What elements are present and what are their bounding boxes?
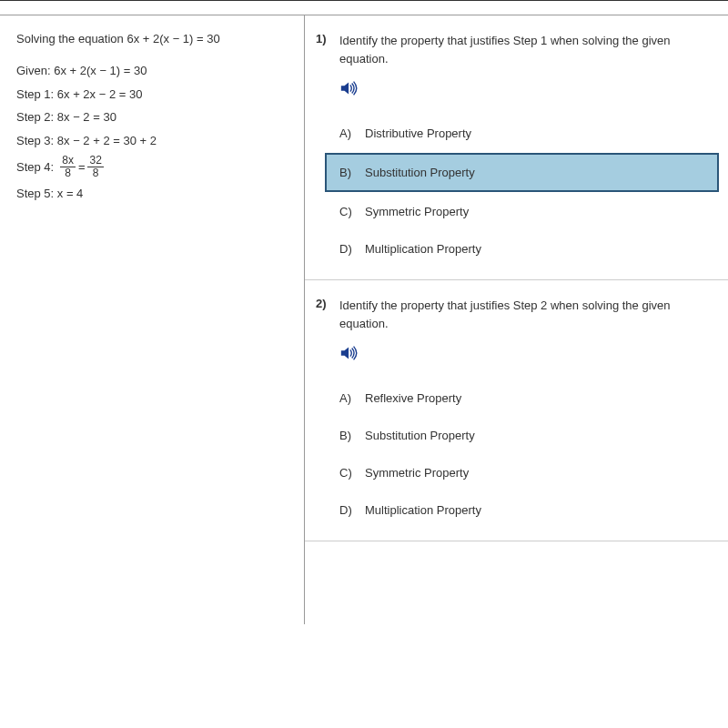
choice-1a[interactable]: A) Distributive Property — [327, 116, 717, 151]
choice-text: Distributive Property — [365, 126, 471, 140]
choice-letter: A) — [339, 126, 365, 140]
audio-icon[interactable] — [339, 345, 359, 364]
choice-2b[interactable]: B) Substitution Property — [327, 418, 717, 453]
choice-1d[interactable]: D) Multiplication Property — [327, 231, 717, 267]
given-line: Given: 6x + 2(x − 1) = 30 — [16, 62, 293, 80]
fraction-2: 32 8 — [87, 155, 103, 179]
question-block-2: 2) Identify the property that justifies … — [305, 280, 728, 541]
question-number-2: 2) — [316, 297, 339, 332]
fraction-1: 8x 8 — [60, 155, 76, 179]
choice-2d[interactable]: D) Multiplication Property — [327, 492, 717, 528]
main-container: Solving the equation 6x + 2(x − 1) = 30 … — [0, 15, 728, 624]
choice-text: Symmetric Property — [365, 205, 469, 218]
choice-letter: D) — [339, 503, 365, 517]
choice-text: Multiplication Property — [365, 503, 481, 517]
fraction-2-num: 32 — [87, 155, 103, 167]
choice-1c[interactable]: C) Symmetric Property — [327, 194, 717, 229]
choices-list-2: A) Reflexive Property B) Substitution Pr… — [327, 380, 717, 528]
step-2: Step 2: 8x − 2 = 30 — [16, 108, 293, 126]
choice-letter: C) — [339, 466, 365, 480]
question-text-1: Identify the property that justifies Ste… — [339, 32, 717, 67]
question-number-1: 1) — [316, 32, 339, 67]
step-5: Step 5: x = 4 — [16, 185, 293, 203]
choice-letter: B) — [339, 166, 365, 179]
equals-sign: = — [78, 158, 86, 177]
choice-2a[interactable]: A) Reflexive Property — [327, 380, 717, 416]
choice-1b[interactable]: B) Substitution Property — [325, 153, 719, 192]
fraction-1-den: 8 — [63, 167, 73, 179]
choice-letter: A) — [339, 391, 365, 405]
choice-text: Substitution Property — [365, 166, 475, 179]
step-4-label: Step 4: — [16, 158, 54, 177]
fraction-2-den: 8 — [91, 167, 101, 179]
top-border — [0, 0, 728, 15]
choices-list-1: A) Distributive Property B) Substitution… — [327, 116, 717, 267]
choice-letter: B) — [339, 429, 365, 442]
choice-letter: C) — [339, 205, 365, 218]
step-1: Step 1: 6x + 2x − 2 = 30 — [16, 86, 293, 104]
choice-text: Symmetric Property — [365, 466, 469, 480]
choice-letter: D) — [339, 242, 365, 256]
choice-text: Substitution Property — [365, 429, 475, 442]
question-row: 1) Identify the property that justifies … — [316, 32, 717, 67]
right-panel: 1) Identify the property that justifies … — [305, 15, 728, 624]
question-block-1: 1) Identify the property that justifies … — [305, 15, 728, 280]
question-row: 2) Identify the property that justifies … — [316, 297, 717, 332]
question-text-2: Identify the property that justifies Ste… — [339, 297, 717, 332]
problem-title: Solving the equation 6x + 2(x − 1) = 30 — [16, 32, 293, 46]
step-4: Step 4: 8x 8 = 32 8 — [16, 155, 293, 179]
step-3: Step 3: 8x − 2 + 2 = 30 + 2 — [16, 132, 293, 150]
left-panel: Solving the equation 6x + 2(x − 1) = 30 … — [0, 15, 305, 624]
audio-icon[interactable] — [339, 80, 359, 99]
choice-text: Reflexive Property — [365, 391, 461, 405]
choice-text: Multiplication Property — [365, 242, 481, 256]
choice-2c[interactable]: C) Symmetric Property — [327, 455, 717, 490]
fraction-1-num: 8x — [60, 155, 76, 167]
